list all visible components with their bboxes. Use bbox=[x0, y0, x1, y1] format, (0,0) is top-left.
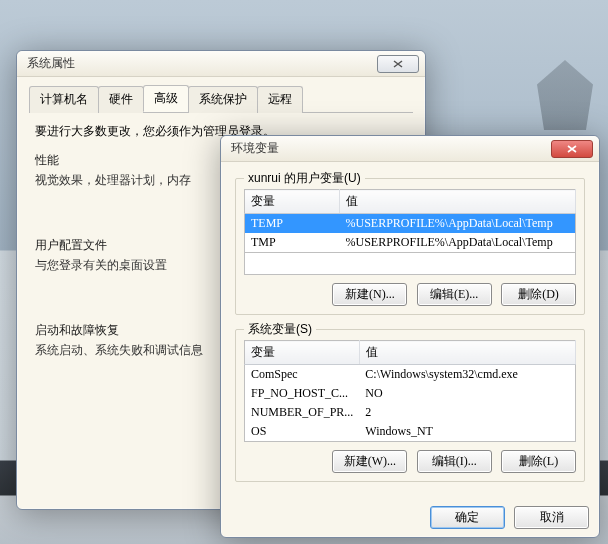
col-name[interactable]: 变量 bbox=[245, 190, 340, 214]
user-new-button[interactable]: 新建(N)... bbox=[332, 283, 407, 306]
environment-variables-window: 环境变量 xunrui 的用户变量(U) 变量 值 TEMP%USERPROFI… bbox=[220, 135, 600, 538]
user-vars-table[interactable]: 变量 值 TEMP%USERPROFILE%\AppData\Local\Tem… bbox=[244, 189, 576, 253]
tab-remote[interactable]: 远程 bbox=[257, 86, 303, 113]
sysprops-close-button[interactable] bbox=[377, 55, 419, 73]
tab-hardware[interactable]: 硬件 bbox=[98, 86, 144, 113]
sysprops-title: 系统属性 bbox=[27, 55, 375, 72]
bg-building bbox=[530, 60, 600, 130]
col-value[interactable]: 值 bbox=[359, 341, 575, 365]
tab-computer-name[interactable]: 计算机名 bbox=[29, 86, 99, 113]
col-name[interactable]: 变量 bbox=[245, 341, 360, 365]
table-row[interactable]: NUMBER_OF_PR...2 bbox=[245, 403, 576, 422]
close-icon bbox=[392, 59, 404, 69]
user-vars-legend: xunrui 的用户变量(U) bbox=[244, 170, 365, 187]
table-row[interactable]: OSWindows_NT bbox=[245, 422, 576, 442]
sysprops-titlebar[interactable]: 系统属性 bbox=[17, 51, 425, 77]
sys-delete-button[interactable]: 删除(L) bbox=[501, 450, 576, 473]
cancel-button[interactable]: 取消 bbox=[514, 506, 589, 529]
table-row[interactable]: TEMP%USERPROFILE%\AppData\Local\Temp bbox=[245, 214, 576, 234]
system-vars-group: 系统变量(S) 变量 值 ComSpecC:\Windows\system32\… bbox=[235, 329, 585, 482]
tab-system-protection[interactable]: 系统保护 bbox=[188, 86, 258, 113]
sys-new-button[interactable]: 新建(W)... bbox=[332, 450, 407, 473]
user-vars-group: xunrui 的用户变量(U) 变量 值 TEMP%USERPROFILE%\A… bbox=[235, 178, 585, 315]
sysprops-tabstrip: 计算机名 硬件 高级 系统保护 远程 bbox=[29, 85, 413, 113]
user-edit-button[interactable]: 编辑(E)... bbox=[417, 283, 492, 306]
sys-edit-button[interactable]: 编辑(I)... bbox=[417, 450, 492, 473]
table-row[interactable]: TMP%USERPROFILE%\AppData\Local\Temp bbox=[245, 233, 576, 253]
table-row[interactable]: FP_NO_HOST_C...NO bbox=[245, 384, 576, 403]
env-titlebar[interactable]: 环境变量 bbox=[221, 136, 599, 162]
col-value[interactable]: 值 bbox=[340, 190, 576, 214]
env-close-button[interactable] bbox=[551, 140, 593, 158]
env-title: 环境变量 bbox=[231, 140, 549, 157]
system-vars-table[interactable]: 变量 值 ComSpecC:\Windows\system32\cmd.exeF… bbox=[244, 340, 576, 442]
user-delete-button[interactable]: 删除(D) bbox=[501, 283, 576, 306]
tab-advanced[interactable]: 高级 bbox=[143, 85, 189, 112]
table-row[interactable]: ComSpecC:\Windows\system32\cmd.exe bbox=[245, 365, 576, 385]
system-vars-legend: 系统变量(S) bbox=[244, 321, 316, 338]
ok-button[interactable]: 确定 bbox=[430, 506, 505, 529]
close-icon bbox=[566, 144, 578, 154]
